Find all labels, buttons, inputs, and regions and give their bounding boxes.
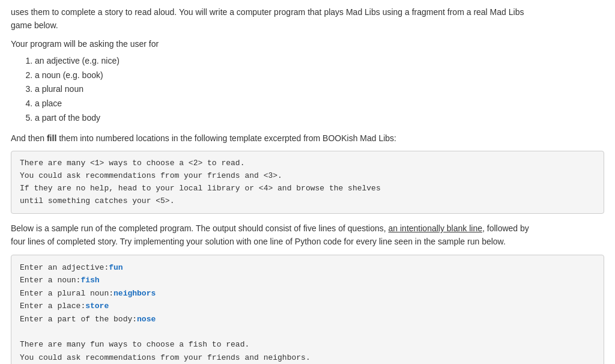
sample-run-block: Enter an adjective:fun Enter a noun:fish… <box>11 255 604 364</box>
below-prefix: Below is a sample run of the completed p… <box>11 223 389 233</box>
and-then-prefix: And then <box>11 133 47 143</box>
list-item: a place <box>35 97 604 111</box>
below-suffix: , followed by <box>482 223 529 233</box>
below-line2: four lines of completed story. Try imple… <box>11 237 506 246</box>
intro-line2: game below. <box>11 20 58 30</box>
and-then-suffix: them into numbered locations in the foll… <box>56 133 396 143</box>
program-asks-label: Your program will be asking the user for <box>11 38 604 51</box>
list-item: an adjective (e.g. nice) <box>35 55 604 68</box>
list-item: a part of the body <box>35 112 604 125</box>
blank-line-link: an intentionally blank line <box>389 223 482 233</box>
fill-bold: fill <box>47 133 56 143</box>
list-item: a noun (e.g. book) <box>35 69 604 82</box>
intro-paragraph: uses them to complete a story to read al… <box>11 6 604 32</box>
input-list: an adjective (e.g. nice) a noun (e.g. bo… <box>35 55 604 124</box>
intro-line1: uses them to complete a story to read al… <box>11 7 524 17</box>
and-then-paragraph: And then fill them into numbered locatio… <box>11 132 604 145</box>
below-paragraph: Below is a sample run of the completed p… <box>11 222 604 248</box>
list-item: a plural noun <box>35 83 604 96</box>
template-code-block: There are many <1> ways to choose a <2> … <box>11 151 604 214</box>
